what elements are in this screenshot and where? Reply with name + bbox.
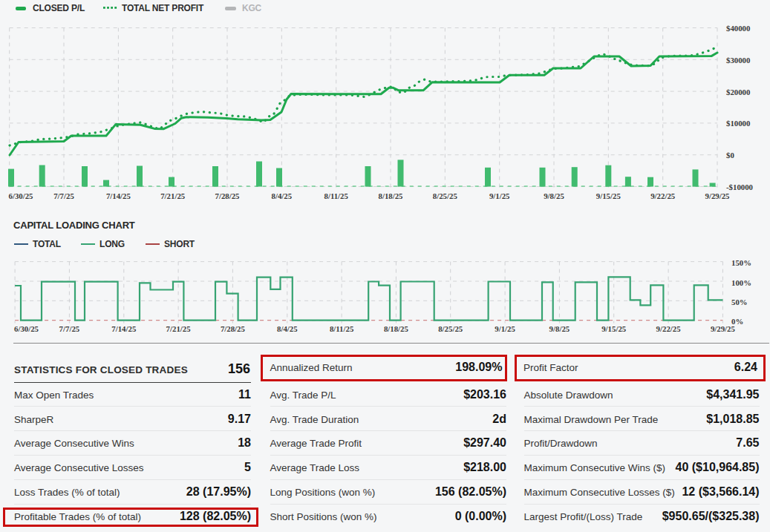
svg-text:7/21/25: 7/21/25: [160, 191, 185, 200]
svg-text:8/18/25: 8/18/25: [384, 324, 408, 333]
svg-text:8/4/25: 8/4/25: [277, 324, 298, 333]
svg-text:7/7/25: 7/7/25: [53, 191, 74, 200]
svg-text:7/14/25: 7/14/25: [111, 324, 136, 333]
svg-text:9/22/25: 9/22/25: [656, 324, 681, 333]
svg-text:9/15/25: 9/15/25: [596, 191, 621, 200]
svg-text:-$10000: -$10000: [726, 183, 753, 191]
svg-text:7/21/25: 7/21/25: [166, 324, 191, 333]
svg-text:$30000: $30000: [726, 56, 750, 65]
svg-text:$40000: $40000: [726, 24, 750, 33]
svg-text:150%: 150%: [731, 258, 751, 267]
svg-text:9/1/25: 9/1/25: [495, 324, 515, 333]
svg-text:6/30/25: 6/30/25: [14, 324, 39, 333]
svg-text:8/11/25: 8/11/25: [330, 324, 353, 333]
svg-text:8/25/25: 8/25/25: [438, 324, 463, 333]
svg-text:9/1/25: 9/1/25: [489, 191, 510, 200]
svg-text:50%: 50%: [731, 298, 748, 306]
svg-text:8/11/25: 8/11/25: [324, 191, 348, 200]
svg-text:6/30/25: 6/30/25: [9, 191, 33, 200]
svg-text:8/18/25: 8/18/25: [379, 191, 403, 200]
svg-text:7/28/25: 7/28/25: [221, 324, 245, 333]
svg-text:8/25/25: 8/25/25: [433, 191, 457, 200]
svg-text:$20000: $20000: [726, 88, 750, 96]
svg-text:8/4/25: 8/4/25: [272, 191, 293, 200]
svg-text:9/8/25: 9/8/25: [544, 191, 564, 200]
svg-text:9/15/25: 9/15/25: [601, 324, 626, 333]
svg-text:$0: $0: [726, 151, 734, 160]
svg-text:9/29/25: 9/29/25: [705, 191, 730, 200]
svg-text:7/14/25: 7/14/25: [106, 191, 131, 200]
svg-text:7/28/25: 7/28/25: [215, 191, 240, 200]
svg-text:9/29/25: 9/29/25: [711, 324, 735, 333]
svg-text:$10000: $10000: [726, 119, 750, 128]
svg-text:9/22/25: 9/22/25: [650, 191, 675, 200]
svg-text:9/8/25: 9/8/25: [549, 324, 570, 333]
svg-text:100%: 100%: [731, 278, 751, 287]
svg-text:7/7/25: 7/7/25: [59, 324, 80, 333]
